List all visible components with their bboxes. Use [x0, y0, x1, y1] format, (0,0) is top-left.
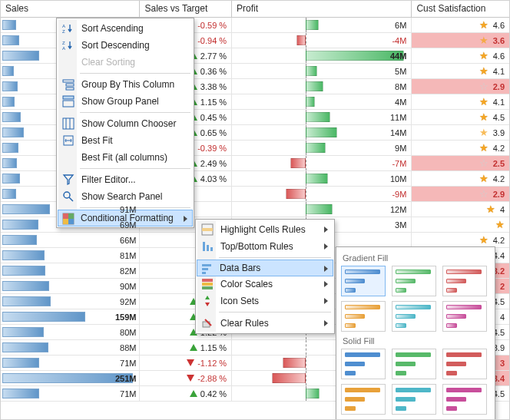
svt-value: 0.65 %	[200, 128, 227, 137]
cell-cust-satisfaction[interactable]: ★	[412, 217, 509, 232]
cell-profit[interactable]: 6M	[232, 18, 412, 32]
databar-swatch[interactable]	[442, 266, 487, 296]
menu-show-search-panel[interactable]: Show Search Panel	[58, 188, 192, 205]
cell-profit[interactable]: -9M	[232, 187, 412, 201]
profit-data-bar	[306, 204, 333, 214]
color-scales-icon	[200, 277, 214, 291]
search-icon	[61, 190, 75, 203]
cond-format-icon	[61, 212, 75, 226]
profit-zero-line	[306, 187, 306, 201]
cell-sales[interactable]: 81M	[1, 248, 140, 263]
cust-value: 4.2	[493, 174, 505, 184]
star-icon: ★	[479, 127, 488, 137]
profit-value: 5M	[395, 67, 406, 76]
cell-profit[interactable]: 5M	[232, 64, 412, 78]
cell-sales-vs-target[interactable]: 1.15 %	[140, 340, 232, 355]
cell-profit[interactable]: 12M	[232, 202, 412, 217]
cell-sales[interactable]: 88M	[1, 340, 140, 355]
cell-cust-satisfaction[interactable]: ★4.6	[412, 18, 509, 32]
databar-swatch[interactable]	[392, 301, 436, 332]
cell-cust-satisfaction[interactable]: ☆2.5	[412, 156, 509, 170]
cell-cust-satisfaction[interactable]: ★4.6	[412, 48, 509, 63]
cell-cust-satisfaction[interactable]: ★4.2	[412, 233, 509, 247]
menu-sort-descending[interactable]: ZA Sort Descending	[58, 37, 192, 54]
cust-value: 4.2	[493, 236, 505, 245]
cell-sales-vs-target[interactable]: -2.88 %	[140, 371, 232, 385]
menu-column-chooser[interactable]: Show Column Chooser	[58, 115, 192, 132]
cell-profit[interactable]: 10M	[232, 171, 412, 186]
cell-sales[interactable]: 71M	[1, 356, 140, 370]
databar-swatch[interactable]	[442, 301, 487, 332]
header-profit[interactable]: Profit	[232, 1, 412, 17]
header-sales[interactable]: Sales	[1, 1, 140, 17]
cell-cust-satisfaction[interactable]: ★3.9	[412, 125, 509, 140]
best-fit-icon	[61, 134, 75, 147]
databar-swatch[interactable]	[341, 384, 386, 415]
cell-profit[interactable]: 44M	[232, 48, 412, 63]
svt-value: 3.38 %	[200, 82, 227, 91]
cell-profit[interactable]: -7M	[232, 156, 412, 170]
cell-cust-satisfaction[interactable]: ☆2.9	[412, 79, 509, 94]
cust-value: 4.2	[493, 144, 505, 153]
svg-rect-22	[203, 242, 205, 251]
menu-sort-ascending[interactable]: AZ Sort Ascending	[58, 20, 192, 37]
cell-profit[interactable]: 11M	[232, 110, 412, 124]
databar-swatch[interactable]	[392, 384, 436, 415]
cell-sales[interactable]: 251M	[1, 371, 140, 385]
svg-rect-8	[63, 101, 74, 107]
cell-cust-satisfaction[interactable]: ☆2.9	[412, 187, 509, 201]
column-context-menu: AZ Sort Ascending ZA Sort Descending Cle…	[56, 18, 194, 228]
cell-profit[interactable]: 9M	[232, 141, 412, 155]
svg-line-14	[69, 197, 73, 201]
cell-sales[interactable]: 82M	[1, 263, 140, 278]
cell-cust-satisfaction[interactable]: ★4.2	[412, 141, 509, 155]
header-cust[interactable]: Cust Satisfaction	[412, 1, 509, 17]
cell-profit[interactable]: 8M	[232, 79, 412, 94]
cust-value: 4.6	[493, 21, 505, 30]
sales-data-bar	[2, 112, 21, 122]
cell-profit[interactable]: 14M	[232, 125, 412, 140]
menu-color-scales[interactable]: Color Scales	[197, 276, 333, 293]
menu-show-group-panel[interactable]: Show Group Panel	[58, 93, 192, 110]
databar-swatch[interactable]	[442, 384, 487, 415]
databar-swatch[interactable]	[341, 349, 386, 379]
menu-label: Top/Bottom Rules	[220, 241, 293, 252]
cell-profit[interactable]: 4M	[232, 94, 412, 109]
cell-sales[interactable]: 92M	[1, 294, 140, 309]
cell-sales-vs-target[interactable]: -1.12 %	[140, 356, 232, 370]
databar-swatch[interactable]	[341, 301, 386, 332]
profit-data-bar	[306, 20, 319, 30]
star-icon: ★	[486, 204, 495, 214]
cell-profit[interactable]: -4M	[232, 33, 412, 48]
cell-cust-satisfaction[interactable]: ★3.6	[412, 33, 509, 48]
sales-value: 69M	[120, 220, 136, 230]
menu-top-bottom-rules[interactable]: Top/Bottom Rules	[197, 238, 333, 255]
cell-sales[interactable]: 90M	[1, 279, 140, 293]
cell-sales[interactable]: 71M	[1, 386, 140, 401]
menu-highlight-cells[interactable]: Highlight Cells Rules	[197, 221, 333, 238]
menu-data-bars[interactable]: Data Bars	[197, 260, 333, 276]
databar-swatch[interactable]	[392, 349, 436, 379]
cell-sales[interactable]: 66M	[1, 233, 140, 247]
cell-cust-satisfaction[interactable]: ★4.1	[412, 94, 509, 109]
databar-swatch[interactable]	[442, 349, 487, 379]
cell-sales[interactable]: 159M	[1, 309, 140, 324]
svg-rect-6	[66, 88, 74, 90]
menu-best-fit[interactable]: Best Fit	[58, 132, 192, 149]
menu-group-by-column[interactable]: Group By This Column	[58, 76, 192, 93]
cell-cust-satisfaction[interactable]: ★4	[412, 202, 509, 217]
header-svt[interactable]: Sales vs Target	[140, 1, 232, 17]
profit-value: 4M	[395, 98, 406, 107]
menu-icon-sets[interactable]: Icon Sets	[197, 293, 333, 309]
menu-best-fit-all[interactable]: Best Fit (all columns)	[58, 149, 192, 166]
svt-value: 0.36 %	[200, 67, 227, 76]
cell-sales[interactable]: 80M	[1, 325, 140, 339]
cell-cust-satisfaction[interactable]: ★4.5	[412, 110, 509, 124]
databar-swatch[interactable]	[341, 266, 386, 296]
menu-clear-rules[interactable]: Clear Rules	[197, 315, 333, 332]
cell-cust-satisfaction[interactable]: ★4.1	[412, 64, 509, 78]
menu-filter-editor[interactable]: Filter Editor...	[58, 171, 192, 188]
cell-cust-satisfaction[interactable]: ★4.2	[412, 171, 509, 186]
cell-sales-vs-target[interactable]: 0.42 %	[140, 386, 232, 401]
databar-swatch[interactable]	[392, 266, 436, 296]
